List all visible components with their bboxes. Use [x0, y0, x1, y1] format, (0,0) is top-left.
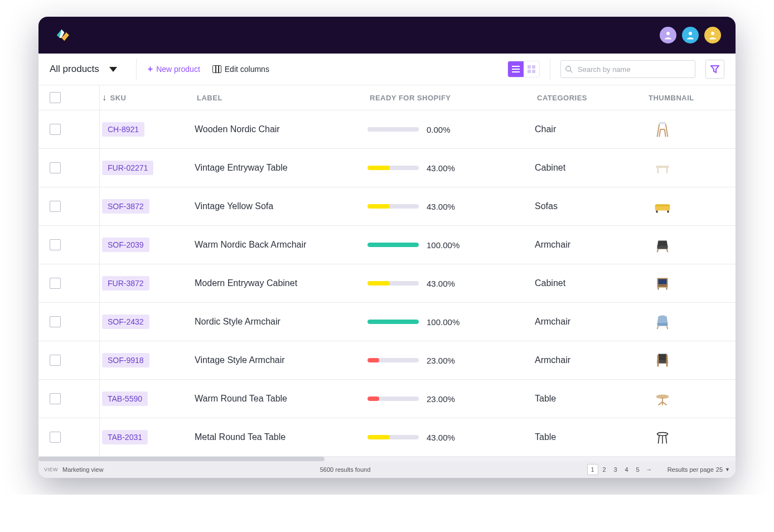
page-5[interactable]: 5	[633, 465, 643, 475]
row-checkbox[interactable]	[50, 316, 61, 327]
sku-badge: TAB-5590	[102, 391, 148, 406]
svg-rect-9	[532, 70, 535, 73]
edit-columns-label: Edit columns	[225, 65, 269, 74]
row-checkbox[interactable]	[50, 239, 61, 250]
avatar[interactable]	[682, 27, 699, 43]
products-filter-dropdown[interactable]: All products	[50, 64, 126, 75]
plus-icon: +	[148, 64, 153, 74]
category: Cabinet	[535, 163, 646, 173]
arrow-right-icon: →	[646, 466, 652, 473]
category: Table	[535, 394, 646, 404]
category: Chair	[535, 124, 646, 134]
svg-rect-29	[658, 279, 666, 284]
grid-view-button[interactable]	[524, 61, 539, 77]
row-checkbox-cell	[38, 162, 72, 173]
product-label: Nordic Style Armchair	[195, 317, 367, 327]
table-row[interactable]: FUR-02271Vintage Entryway Table43.00%Cab…	[38, 149, 736, 187]
sort-desc-icon: ↓	[102, 93, 107, 103]
progress-percent: 100.00%	[427, 240, 459, 250]
chevron-down-icon: ▼	[725, 467, 730, 472]
page-3[interactable]: 3	[611, 465, 621, 475]
row-checkbox[interactable]	[50, 124, 61, 135]
filter-button[interactable]	[705, 60, 724, 79]
table-row[interactable]: TAB-2031Metal Round Tea Table43.00%Table	[38, 418, 736, 457]
row-checkbox-cell	[38, 201, 72, 212]
category: Table	[535, 432, 646, 442]
table-row[interactable]: FUR-3872Modern Entryway Cabinet43.00%Cab…	[38, 264, 736, 303]
table-row[interactable]: SOF-9918Vintage Style Armchair23.00%Armc…	[38, 341, 736, 380]
svg-line-42	[658, 402, 662, 405]
row-checkbox-cell	[38, 239, 72, 250]
select-all-checkbox[interactable]	[50, 92, 61, 103]
row-checkbox-cell	[38, 124, 72, 135]
svg-rect-6	[528, 65, 531, 69]
page-4[interactable]: 4	[622, 465, 632, 475]
product-label: Vintage Yellow Sofa	[195, 201, 367, 211]
topbar	[38, 17, 736, 54]
progress-bar	[367, 243, 419, 247]
table-row[interactable]: TAB-5590Warm Round Tea Table23.00%Table	[38, 380, 736, 418]
svg-rect-30	[658, 285, 666, 287]
sku-badge: FUR-02271	[102, 161, 153, 175]
column-sku[interactable]: ↓ SKU	[100, 93, 195, 103]
table-row[interactable]: SOF-3872Vintage Yellow Sofa43.00%Sofas	[38, 187, 736, 226]
view-name[interactable]: Marketing view	[62, 466, 103, 473]
svg-rect-38	[657, 355, 659, 367]
svg-point-2	[711, 32, 714, 35]
view-toggle	[507, 61, 540, 78]
page-2[interactable]: 2	[599, 465, 609, 475]
row-checkbox[interactable]	[50, 432, 61, 443]
product-label: Wooden Nordic Chair	[195, 124, 367, 134]
table-row[interactable]: SOF-2432Nordic Style Armchair100.00%Armc…	[38, 303, 736, 341]
row-checkbox[interactable]	[50, 201, 61, 212]
progress-percent: 43.00%	[427, 163, 455, 173]
row-checkbox[interactable]	[50, 162, 61, 173]
results-per-page[interactable]: Results per page 25 ▼	[667, 466, 730, 473]
logo	[53, 26, 72, 45]
progress-percent: 43.00%	[427, 279, 455, 288]
row-checkbox[interactable]	[50, 393, 61, 404]
progress-bar	[367, 320, 419, 324]
column-label[interactable]: LABEL	[195, 94, 367, 102]
edit-columns-button[interactable]: Edit columns	[211, 62, 270, 76]
thumbnail	[646, 427, 736, 448]
column-ready[interactable]: READY FOR SHOPIFY	[367, 94, 535, 102]
sku-badge: SOF-9918	[102, 353, 149, 367]
thumbnail	[646, 157, 736, 178]
table-row[interactable]: SOF-2039Warm Nordic Back Armchair100.00%…	[38, 226, 736, 264]
svg-rect-3	[512, 66, 520, 67]
search-input[interactable]	[560, 60, 695, 78]
list-view-button[interactable]	[508, 61, 524, 77]
progress-bar	[367, 435, 419, 439]
select-all-cell	[38, 92, 72, 103]
row-checkbox-cell	[38, 355, 72, 366]
page-1[interactable]: 1	[587, 464, 598, 475]
thumbnail	[646, 273, 736, 294]
new-product-button[interactable]: + New product	[147, 62, 201, 76]
category: Armchair	[535, 317, 646, 327]
svg-point-0	[666, 32, 670, 35]
thumbnail	[646, 350, 736, 371]
next-page-button[interactable]: →	[644, 465, 654, 475]
avatar[interactable]	[704, 27, 721, 43]
thumbnail	[646, 234, 736, 255]
category: Cabinet	[535, 278, 646, 288]
ready-cell: 43.00%	[367, 202, 535, 211]
svg-point-10	[566, 66, 571, 71]
row-checkbox[interactable]	[50, 278, 61, 289]
table-row[interactable]: CH-8921Wooden Nordic Chair0.00%Chair	[38, 110, 736, 149]
row-checkbox-cell	[38, 393, 72, 404]
svg-line-34	[657, 326, 659, 330]
svg-rect-4	[512, 69, 520, 70]
user-icon	[708, 30, 718, 40]
toolbar-separator	[550, 59, 550, 80]
svg-line-13	[657, 124, 660, 137]
search-wrap	[560, 60, 695, 78]
progress-percent: 43.00%	[427, 433, 455, 442]
horizontal-scrollbar[interactable]	[38, 457, 736, 461]
column-categories[interactable]: CATEGORIES	[535, 94, 646, 102]
avatar[interactable]	[660, 27, 676, 43]
product-label: Warm Round Tea Table	[195, 394, 367, 404]
row-checkbox[interactable]	[50, 355, 61, 366]
column-thumbnail[interactable]: THUMBNAIL	[646, 94, 736, 102]
